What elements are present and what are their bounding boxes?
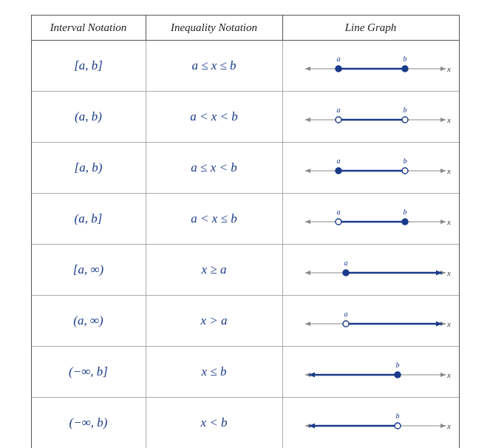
svg-text:x: x bbox=[446, 370, 451, 379]
svg-text:b: b bbox=[395, 361, 399, 369]
table-row: (a, b]a < x ≤ bxab bbox=[32, 194, 459, 245]
inequality-cell: x < b bbox=[146, 398, 283, 448]
inequality-cell: a < x < b bbox=[146, 92, 283, 142]
table-row: (a, b)a < x < bxab bbox=[32, 92, 459, 143]
graph-cell: xab bbox=[283, 194, 460, 244]
table-body: [a, b]a ≤ x ≤ bxab(a, b)a < x < bxab[a, … bbox=[32, 41, 459, 448]
svg-text:a: a bbox=[336, 157, 340, 165]
interval-cell: (−∞, b] bbox=[32, 347, 146, 397]
header-graph: Line Graph bbox=[283, 16, 459, 40]
graph-cell: xab bbox=[283, 92, 460, 142]
interval-cell: [a, ∞) bbox=[32, 245, 146, 295]
inequality-cell: a ≤ x < b bbox=[146, 143, 283, 193]
table-row: (−∞, b)x < bxb bbox=[32, 398, 459, 448]
inequality-cell: x ≤ b bbox=[146, 347, 283, 397]
header-inequality: Inequality Notation bbox=[146, 16, 283, 40]
table-header: Interval Notation Inequality Notation Li… bbox=[32, 16, 459, 41]
svg-marker-37 bbox=[305, 271, 310, 275]
svg-text:x: x bbox=[446, 319, 451, 328]
inequality-cell: a < x ≤ b bbox=[146, 194, 283, 244]
svg-text:b: b bbox=[403, 106, 406, 114]
svg-point-67 bbox=[395, 423, 401, 429]
graph-cell: xa bbox=[283, 245, 460, 295]
table-row: (a, ∞)x > axa bbox=[32, 296, 459, 347]
svg-text:x: x bbox=[446, 268, 451, 277]
inequality-cell: x > a bbox=[146, 296, 283, 346]
table-row: [a, ∞)x ≥ axa bbox=[32, 245, 459, 296]
svg-text:a: a bbox=[344, 259, 347, 267]
svg-text:x: x bbox=[446, 421, 451, 430]
graph-cell: xb bbox=[283, 398, 460, 448]
svg-marker-45 bbox=[305, 322, 310, 326]
graph-cell: xab bbox=[283, 41, 460, 91]
main-table: Interval Notation Inequality Notation Li… bbox=[31, 15, 460, 448]
svg-marker-1 bbox=[305, 67, 310, 71]
table-row: [a, b]a ≤ x ≤ bxab bbox=[32, 41, 459, 92]
svg-point-35 bbox=[402, 219, 408, 225]
svg-text:b: b bbox=[403, 157, 406, 165]
svg-text:b: b bbox=[395, 412, 399, 420]
svg-marker-62 bbox=[440, 424, 446, 428]
svg-point-34 bbox=[336, 219, 341, 225]
svg-text:b: b bbox=[403, 55, 406, 63]
svg-point-17 bbox=[402, 117, 408, 123]
table-row: [a, b)a ≤ x < bxab bbox=[32, 143, 459, 194]
svg-marker-20 bbox=[440, 169, 446, 173]
interval-cell: (a, ∞) bbox=[32, 296, 146, 346]
svg-text:x: x bbox=[446, 217, 451, 226]
svg-text:x: x bbox=[446, 115, 451, 124]
svg-marker-11 bbox=[440, 118, 446, 122]
svg-point-8 bbox=[402, 66, 408, 72]
svg-marker-19 bbox=[305, 169, 310, 173]
svg-point-7 bbox=[336, 66, 341, 72]
svg-text:a: a bbox=[344, 310, 347, 318]
interval-cell: [a, b) bbox=[32, 143, 146, 193]
svg-point-43 bbox=[343, 270, 349, 276]
interval-cell: (−∞, b) bbox=[32, 398, 146, 448]
table-row: (−∞, b]x ≤ bxb bbox=[32, 347, 459, 398]
graph-cell: xa bbox=[283, 296, 460, 346]
svg-point-16 bbox=[336, 117, 341, 123]
svg-text:x: x bbox=[446, 166, 451, 175]
svg-point-26 bbox=[402, 168, 408, 174]
inequality-cell: x ≥ a bbox=[146, 245, 283, 295]
interval-cell: (a, b) bbox=[32, 92, 146, 142]
svg-marker-28 bbox=[305, 220, 310, 224]
svg-point-25 bbox=[336, 168, 341, 174]
graph-cell: xb bbox=[283, 347, 460, 397]
svg-text:x: x bbox=[446, 64, 451, 73]
svg-marker-10 bbox=[305, 118, 310, 122]
svg-marker-54 bbox=[440, 373, 446, 377]
svg-text:a: a bbox=[336, 55, 340, 63]
header-interval: Interval Notation bbox=[32, 16, 146, 40]
svg-text:b: b bbox=[403, 208, 406, 216]
svg-text:a: a bbox=[336, 106, 340, 114]
graph-cell: xab bbox=[283, 143, 460, 193]
interval-cell: (a, b] bbox=[32, 194, 146, 244]
inequality-cell: a ≤ x ≤ b bbox=[146, 41, 283, 91]
svg-point-59 bbox=[395, 372, 401, 378]
svg-text:a: a bbox=[336, 208, 340, 216]
svg-marker-2 bbox=[440, 67, 446, 71]
svg-point-51 bbox=[343, 321, 349, 327]
interval-cell: [a, b] bbox=[32, 41, 146, 91]
svg-marker-29 bbox=[440, 220, 446, 224]
